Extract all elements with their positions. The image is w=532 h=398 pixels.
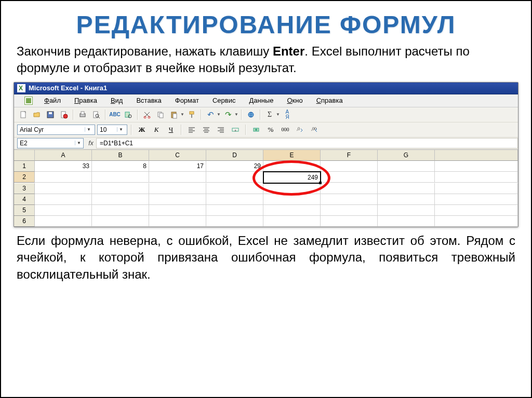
paste-icon[interactable]	[168, 108, 180, 121]
fx-label[interactable]: fx	[86, 140, 96, 147]
cell[interactable]	[206, 183, 263, 194]
percent-button[interactable]: %	[264, 123, 277, 136]
cell[interactable]	[92, 194, 149, 205]
menu-help[interactable]: Справка	[310, 95, 349, 105]
cell[interactable]	[378, 216, 435, 227]
cell[interactable]: 249	[263, 171, 321, 184]
open-icon[interactable]	[31, 108, 43, 121]
spreadsheet-grid[interactable]: ABCDEFG1338172922493456	[14, 149, 518, 227]
menu-view[interactable]: Вид	[104, 95, 129, 105]
column-header[interactable]: E	[263, 150, 321, 161]
align-left-button[interactable]	[185, 123, 198, 136]
format-painter-icon[interactable]	[185, 108, 198, 121]
merge-center-button[interactable]: a	[229, 123, 242, 136]
cell[interactable]	[92, 172, 149, 183]
menu-insert[interactable]: Вставка	[130, 95, 167, 105]
formula-field[interactable]: =D1*B1+C1	[96, 138, 518, 148]
align-right-button[interactable]	[215, 123, 227, 136]
menu-window[interactable]: Окно	[281, 95, 309, 105]
currency-button[interactable]	[250, 123, 262, 136]
cell[interactable]	[263, 194, 321, 205]
underline-button[interactable]: Ч	[165, 123, 177, 136]
column-header[interactable]: G	[378, 150, 435, 161]
column-header[interactable]: D	[206, 150, 263, 161]
cell[interactable]	[263, 205, 321, 216]
column-header[interactable]: A	[35, 150, 92, 161]
cell[interactable]	[378, 194, 435, 205]
cut-icon[interactable]	[141, 108, 153, 121]
font-size-combo[interactable]: 10 ▼	[97, 125, 127, 135]
autosum-icon[interactable]: Σ	[263, 108, 276, 121]
sort-asc-icon[interactable]: АЯ	[281, 108, 294, 121]
cell[interactable]	[206, 172, 263, 183]
cell[interactable]	[378, 161, 435, 172]
cell[interactable]	[206, 205, 263, 216]
row-header[interactable]: 6	[14, 216, 35, 227]
menu-file[interactable]: Файл	[38, 95, 67, 105]
name-box[interactable]: E2 ▼	[17, 138, 84, 148]
permissions-icon[interactable]	[58, 108, 70, 121]
menu-format[interactable]: Формат	[169, 95, 205, 105]
cell[interactable]	[263, 161, 321, 172]
select-all-corner[interactable]	[14, 150, 35, 161]
column-header[interactable]: F	[321, 150, 378, 161]
cell[interactable]	[149, 172, 206, 183]
cell[interactable]	[378, 183, 435, 194]
cell[interactable]	[149, 183, 206, 194]
cell[interactable]	[206, 194, 263, 205]
comma-button[interactable]: 000	[279, 123, 291, 136]
cell[interactable]	[149, 216, 206, 227]
italic-button[interactable]: К	[150, 123, 163, 136]
autosum-dropdown-icon[interactable]: ▼	[276, 112, 280, 117]
cell[interactable]	[321, 161, 378, 172]
row-header[interactable]: 5	[14, 205, 35, 216]
new-icon[interactable]	[17, 108, 30, 121]
row-header[interactable]: 1	[14, 161, 35, 172]
paste-dropdown-icon[interactable]: ▼	[180, 112, 184, 117]
fill-handle[interactable]	[319, 182, 322, 184]
row-header[interactable]: 2	[14, 172, 35, 183]
undo-dropdown-icon[interactable]: ▼	[217, 112, 221, 117]
cell[interactable]	[206, 216, 263, 227]
cell[interactable]: 33	[35, 161, 92, 172]
cell[interactable]: 8	[92, 161, 149, 172]
cell[interactable]	[35, 216, 92, 227]
cell[interactable]	[92, 205, 149, 216]
print-icon[interactable]	[76, 108, 89, 121]
cell[interactable]	[149, 205, 206, 216]
cell[interactable]	[378, 172, 435, 183]
cell[interactable]: 29	[206, 161, 263, 172]
cell[interactable]	[35, 205, 92, 216]
cell[interactable]	[149, 194, 206, 205]
redo-icon[interactable]: ↷	[222, 108, 234, 121]
cell[interactable]	[321, 172, 378, 183]
preview-icon[interactable]	[90, 108, 102, 121]
cell[interactable]	[35, 194, 92, 205]
undo-icon[interactable]: ↶	[204, 108, 217, 121]
cell[interactable]	[321, 216, 378, 227]
cell[interactable]	[321, 194, 378, 205]
row-header[interactable]: 3	[14, 183, 35, 194]
menu-service[interactable]: Сервис	[206, 95, 242, 105]
cell[interactable]	[35, 172, 92, 183]
spellcheck-icon[interactable]: ABC	[109, 108, 121, 121]
cell[interactable]: 17	[149, 161, 206, 172]
cell[interactable]	[263, 183, 321, 194]
cell[interactable]	[378, 205, 435, 216]
align-center-button[interactable]	[200, 123, 212, 136]
font-name-combo[interactable]: Arial Cyr ▼	[17, 125, 95, 135]
cell[interactable]	[92, 183, 149, 194]
cell[interactable]	[35, 183, 92, 194]
menu-data[interactable]: Данные	[243, 95, 280, 105]
cell[interactable]	[321, 183, 378, 194]
column-header[interactable]: B	[92, 150, 149, 161]
copy-icon[interactable]	[154, 108, 167, 121]
menu-edit[interactable]: Правка	[68, 95, 103, 105]
row-header[interactable]: 4	[14, 194, 35, 205]
cell[interactable]	[321, 205, 378, 216]
cell[interactable]	[263, 216, 321, 227]
column-header[interactable]: C	[149, 150, 206, 161]
save-icon[interactable]	[44, 108, 57, 121]
cell[interactable]	[92, 216, 149, 227]
increase-decimal-button[interactable]: ,0	[294, 123, 306, 136]
